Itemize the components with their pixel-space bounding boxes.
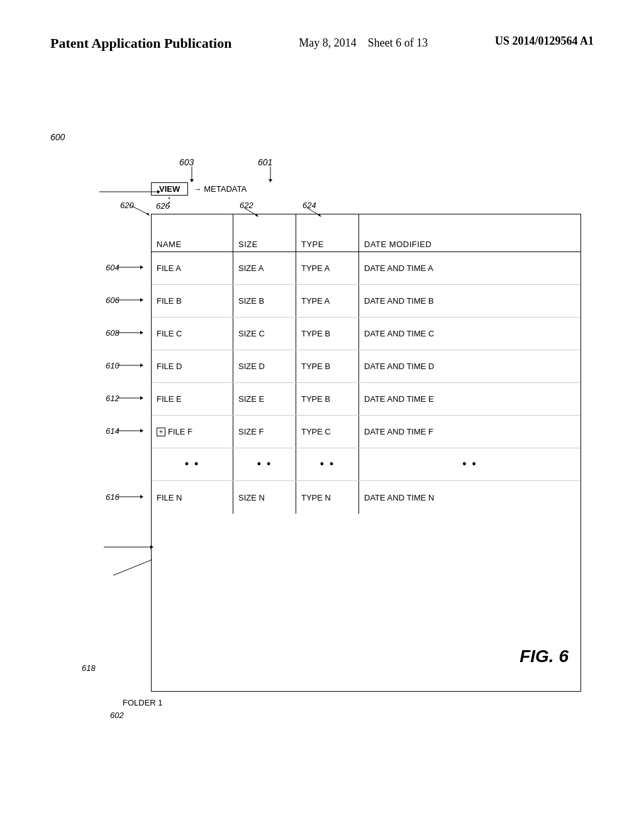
publication-date-sheet: May 8, 2014 Sheet 6 of 13	[299, 35, 428, 52]
ref-614-arrow: 614	[117, 426, 148, 435]
cell-date-d: DATE AND TIME D	[359, 350, 580, 382]
svg-text:606: 606	[106, 296, 119, 305]
svg-text:614: 614	[106, 426, 119, 436]
svg-marker-22	[140, 331, 143, 335]
cell-name-a: 604 FILE A	[152, 252, 233, 284]
ref-616: 616	[117, 492, 148, 503]
ref-604-arrow: 604	[117, 263, 148, 272]
svg-text:604: 604	[106, 263, 119, 272]
svg-text:612: 612	[106, 394, 119, 403]
folder-label: FOLDER 1	[123, 698, 163, 707]
table-row: 608 FILE C SIZE C TYPE B DATE AND TIME C	[152, 318, 580, 350]
svg-marker-10	[147, 213, 150, 216]
cell-type-f: TYPE C	[296, 416, 359, 448]
file-table-wrapper: 603 601 VIEW → METADATA 626 ⋮ 620	[88, 176, 581, 692]
sheet-number: Sheet 6 of 13	[368, 36, 428, 49]
cell-date-b: DATE AND TIME B	[359, 285, 580, 317]
cell-size-e: SIZE E	[233, 383, 296, 415]
ref-622-arrow	[245, 208, 264, 218]
diagram-area: 600 603 601 VIEW → ME	[50, 126, 594, 704]
table-row-dots: • • • • • • • •	[152, 448, 580, 481]
table-row: 614 +FILE F SIZE F TYPE C DATE AND TIME …	[152, 416, 580, 448]
ref-603-label: 603	[179, 157, 194, 167]
ref-610-arrow: 610	[117, 361, 148, 370]
col-header-name: 620 NAME	[152, 214, 233, 252]
ref-620-arrow	[130, 205, 155, 218]
view-label-box: VIEW	[151, 182, 188, 196]
patent-publication-title: Patent Application Publication	[50, 35, 231, 53]
cell-size-n: SIZE N	[233, 481, 296, 514]
svg-marker-25	[140, 363, 143, 367]
cell-date-dots: • •	[359, 448, 580, 480]
cell-name-n: 616 FILE N	[152, 481, 233, 514]
table-column-headers: 620 NAME 622 SIZE	[152, 214, 580, 252]
svg-marker-19	[140, 298, 143, 302]
cell-type-c: TYPE B	[296, 318, 359, 350]
metadata-label: → METADATA	[193, 184, 247, 194]
svg-line-9	[130, 205, 148, 214]
col-header-date: DATE MODIFIED	[359, 214, 580, 252]
view-metadata-bar: VIEW → METADATA	[151, 182, 247, 196]
cell-size-d: SIZE D	[233, 350, 296, 382]
ref-606-arrow: 606	[117, 296, 148, 304]
svg-line-11	[245, 208, 257, 216]
cell-type-a: TYPE A	[296, 252, 359, 284]
folder-label-area: FOLDER 1	[123, 698, 163, 707]
ref-608-arrow: 608	[117, 328, 148, 337]
svg-marker-34	[140, 495, 143, 499]
cell-name-f: 614 +FILE F	[152, 416, 233, 448]
svg-marker-31	[140, 429, 143, 433]
svg-marker-12	[255, 214, 258, 217]
svg-text:616: 616	[106, 492, 119, 502]
cell-type-e: TYPE B	[296, 383, 359, 415]
cell-size-a: SIZE A	[233, 252, 296, 284]
ref-601-label: 601	[258, 157, 272, 167]
table-row: 612 FILE E SIZE E TYPE B DATE AND TIME E	[152, 383, 580, 416]
ref-608: 608	[117, 328, 148, 339]
cell-type-d: TYPE B	[296, 350, 359, 382]
svg-line-13	[308, 208, 320, 216]
ref-602: 602	[110, 711, 124, 720]
cell-date-f: DATE AND TIME F	[359, 416, 580, 448]
cell-type-dots: • •	[296, 448, 359, 480]
svg-marker-14	[318, 214, 321, 217]
cell-date-c: DATE AND TIME C	[359, 318, 580, 350]
ref-604: 604	[117, 263, 148, 274]
svg-line-8	[113, 560, 152, 575]
table-row: 616 FILE N SIZE N TYPE N DATE AND TIME N	[152, 481, 580, 514]
cell-name-dots: • •	[152, 448, 233, 480]
svg-marker-16	[140, 265, 143, 269]
ref-616-arrow: 616	[117, 492, 148, 501]
cell-date-n: DATE AND TIME N	[359, 481, 580, 514]
ref-612-arrow: 612	[117, 394, 148, 402]
cell-size-b: SIZE B	[233, 285, 296, 317]
svg-marker-28	[140, 396, 143, 400]
cell-date-e: DATE AND TIME E	[359, 383, 580, 415]
svg-text:610: 610	[106, 361, 119, 370]
col-header-size: 622 SIZE	[233, 214, 296, 252]
file-table: 620 NAME 622 SIZE	[151, 214, 581, 692]
table-row: 610 FILE D SIZE D TYPE B DATE AND TIME D	[152, 350, 580, 383]
header-dots-symbol: ⋮	[164, 195, 175, 209]
table-row: 606 FILE B SIZE B TYPE A DATE AND TIME B	[152, 285, 580, 318]
ref-614: 614	[117, 426, 148, 437]
table-data-rows: 604 FILE A SIZE A TYPE A DATE AND TIME A	[152, 252, 580, 691]
ref-606: 606	[117, 296, 148, 306]
fig-label: FIG. 6	[519, 646, 569, 667]
cell-type-n: TYPE N	[296, 481, 359, 514]
ref-610: 610	[117, 361, 148, 372]
cell-size-f: SIZE F	[233, 416, 296, 448]
svg-marker-5	[269, 179, 272, 182]
ref-612: 612	[117, 394, 148, 404]
cell-name-c: 608 FILE C	[152, 318, 233, 350]
ref-618: 618	[82, 663, 96, 673]
cell-name-d: 610 FILE D	[152, 350, 233, 382]
cell-size-dots: • •	[233, 448, 296, 480]
patent-number: US 2014/0129564 A1	[495, 35, 594, 48]
expand-icon[interactable]: +	[157, 428, 165, 436]
cell-type-b: TYPE A	[296, 285, 359, 317]
ref-600: 600	[50, 132, 65, 142]
cell-name-e: 612 FILE E	[152, 383, 233, 415]
ref-624-arrow	[308, 208, 326, 218]
cell-date-a: DATE AND TIME A	[359, 252, 580, 284]
